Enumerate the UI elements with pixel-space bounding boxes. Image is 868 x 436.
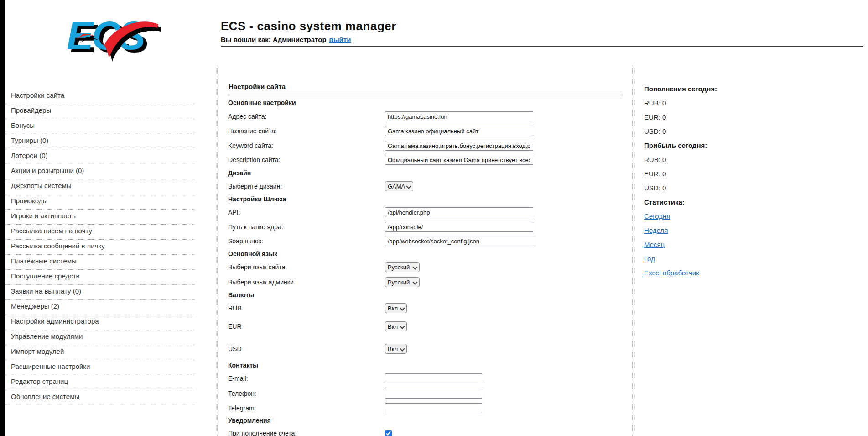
site-description-row: Description сайта: bbox=[228, 154, 623, 165]
phone-row: Телефон: bbox=[228, 388, 623, 399]
stats-sidebar: Пополнения сегодня: RUB: 0 EUR: 0 USD: 0… bbox=[644, 85, 808, 283]
sidebar-item-incoming-funds[interactable]: Поступление средств bbox=[5, 270, 195, 285]
design-select-wrap: GAMA bbox=[385, 181, 413, 191]
app-title: ECS - casino system manager bbox=[221, 19, 396, 33]
field-label: USD bbox=[228, 345, 385, 352]
field-label: RUB bbox=[228, 305, 385, 312]
stats-link-month[interactable]: Месяц bbox=[644, 241, 665, 248]
sidebar-item-page-editor[interactable]: Редактор страниц bbox=[5, 375, 195, 390]
telegram-row: Telegram: bbox=[228, 403, 623, 414]
phone-input[interactable] bbox=[385, 389, 482, 399]
sidebar-item-site-settings[interactable]: Настройки сайта bbox=[5, 89, 195, 104]
sidebar-item-jackpots[interactable]: Джекпоты системы bbox=[5, 179, 195, 194]
site-description-input[interactable] bbox=[385, 155, 533, 165]
stats-link-year[interactable]: Год bbox=[644, 255, 655, 263]
soap-row: Soap шлюз: bbox=[228, 236, 623, 247]
design-row: Выберите дизайн: GAMA bbox=[228, 181, 623, 192]
field-label: Soap шлюз: bbox=[228, 237, 385, 245]
sidebar-item-pm-mailing[interactable]: Рассылка сообщений в личку bbox=[5, 240, 195, 255]
section-design: Дизайн bbox=[228, 168, 623, 178]
ecs-logo: ECS ECS bbox=[63, 7, 161, 68]
panel-title-divider bbox=[228, 95, 623, 95]
usd-select[interactable]: Вкл bbox=[385, 344, 407, 354]
field-label: Телефон: bbox=[228, 390, 385, 397]
design-select[interactable]: GAMA bbox=[385, 181, 413, 191]
admin-language-row: Выбери язык админки Русский bbox=[228, 277, 623, 288]
site-keyword-input[interactable] bbox=[385, 141, 533, 151]
api-row: API: bbox=[228, 207, 623, 218]
sidebar-item-system-update[interactable]: Обновление системы bbox=[5, 390, 195, 405]
sidebar-item-module-import[interactable]: Импорт модулей bbox=[5, 345, 195, 360]
section-contacts: Контакты bbox=[228, 361, 623, 370]
deposit-notification-checkbox[interactable] bbox=[385, 430, 392, 436]
sidebar-item-admin-settings[interactable]: Настройки администратора bbox=[5, 315, 195, 330]
sidebar-item-managers[interactable]: Менеджеры (2) bbox=[5, 300, 195, 315]
field-label: API: bbox=[228, 209, 385, 216]
section-currencies: Валюты bbox=[228, 290, 623, 299]
rub-select[interactable]: Вкл bbox=[385, 303, 407, 313]
usd-select-wrap: Вкл bbox=[385, 344, 407, 354]
sidebar-item-providers[interactable]: Провайдеры bbox=[5, 104, 195, 119]
sidebar-item-payout-requests[interactable]: Заявки на выплату (0) bbox=[5, 285, 195, 300]
panel-title: Настройки сайта bbox=[229, 83, 623, 90]
logout-link[interactable]: выйти bbox=[329, 36, 351, 43]
api-input[interactable] bbox=[385, 207, 533, 217]
stats-link-excel-handler[interactable]: Excel обработчик bbox=[644, 269, 699, 277]
site-address-row: Адрес сайта: bbox=[228, 111, 623, 122]
field-label: Адрес сайта: bbox=[228, 113, 385, 120]
admin-language-select[interactable]: Русский bbox=[385, 277, 420, 287]
section-general: Основные настройки bbox=[228, 98, 623, 107]
sidebar-item-players-activity[interactable]: Игроки и активность bbox=[5, 210, 195, 225]
logged-in-as-text: Вы вошли как: Администратор bbox=[221, 36, 327, 43]
profit-rub: RUB: 0 bbox=[644, 156, 808, 163]
rub-select-wrap: Вкл bbox=[385, 303, 407, 313]
field-label: Выберите дизайн: bbox=[228, 183, 385, 190]
profit-eur: EUR: 0 bbox=[644, 170, 808, 177]
stats-link-today[interactable]: Сегодня bbox=[644, 212, 670, 220]
field-label: Keyword сайта: bbox=[228, 142, 385, 149]
usd-row: USD Вкл bbox=[228, 343, 623, 354]
statistics-heading: Статистика: bbox=[644, 198, 808, 205]
sidebar-item-module-management[interactable]: Управление модулями bbox=[5, 330, 195, 345]
telegram-input[interactable] bbox=[385, 403, 482, 413]
login-status: Вы вошли как: Администраторвыйти bbox=[221, 36, 351, 43]
site-name-input[interactable] bbox=[385, 126, 533, 136]
eur-select[interactable]: Вкл bbox=[385, 321, 407, 331]
rub-row: RUB Вкл bbox=[228, 303, 623, 314]
sidebar-item-promocodes[interactable]: Промокоды bbox=[5, 194, 195, 210]
section-notifications: Уведомления bbox=[228, 416, 623, 425]
field-label: E-mail: bbox=[228, 375, 385, 382]
email-input[interactable] bbox=[385, 373, 482, 383]
deposit-notification-row: При пополнение счета: bbox=[228, 428, 623, 436]
field-label: Выбери язык сайта bbox=[228, 263, 385, 271]
deposits-usd: USD: 0 bbox=[644, 127, 808, 135]
sidebar-item-payment-systems[interactable]: Платёжные системы bbox=[5, 255, 195, 270]
sidebar-item-bonuses[interactable]: Бонусы bbox=[5, 119, 195, 134]
email-row: E-mail: bbox=[228, 373, 623, 384]
site-language-select-wrap: Русский bbox=[385, 262, 420, 272]
section-language: Основной язык bbox=[228, 249, 623, 258]
profit-today-heading: Прибыль сегодня: bbox=[644, 142, 808, 149]
stats-link-week[interactable]: Неделя bbox=[644, 226, 668, 234]
section-gateway: Настройки Шлюза bbox=[228, 194, 623, 204]
soap-gateway-input[interactable] bbox=[385, 236, 533, 246]
sidebar-item-promotions[interactable]: Акции и розыгрыши (0) bbox=[5, 164, 195, 179]
eur-row: EUR Вкл bbox=[228, 321, 623, 332]
site-language-select[interactable]: Русский bbox=[385, 262, 420, 272]
core-path-input[interactable] bbox=[385, 222, 533, 232]
sidebar-item-tournaments[interactable]: Турниры (0) bbox=[5, 134, 195, 149]
field-label: Description сайта: bbox=[228, 156, 385, 163]
site-name-row: Название сайта: bbox=[228, 126, 623, 137]
core-path-row: Путь к папке ядра: bbox=[228, 221, 623, 232]
sidebar-item-advanced-settings[interactable]: Расширенные настройки bbox=[5, 360, 195, 375]
site-language-row: Выбери язык сайта Русский bbox=[228, 262, 623, 273]
page: ECS ECS ECS - casino system manager Вы в… bbox=[0, 0, 868, 436]
field-label: Название сайта: bbox=[228, 127, 385, 135]
site-address-input[interactable] bbox=[385, 111, 533, 121]
deposits-eur: EUR: 0 bbox=[644, 113, 808, 121]
settings-panel: Настройки сайта Основные настройки Адрес… bbox=[217, 65, 633, 436]
field-label: Путь к папке ядра: bbox=[228, 223, 385, 231]
deposits-rub: RUB: 0 bbox=[644, 99, 808, 106]
sidebar-item-lotteries[interactable]: Лотереи (0) bbox=[5, 149, 195, 164]
sidebar-item-email-mailing[interactable]: Рассылка писем на почту bbox=[5, 225, 195, 240]
